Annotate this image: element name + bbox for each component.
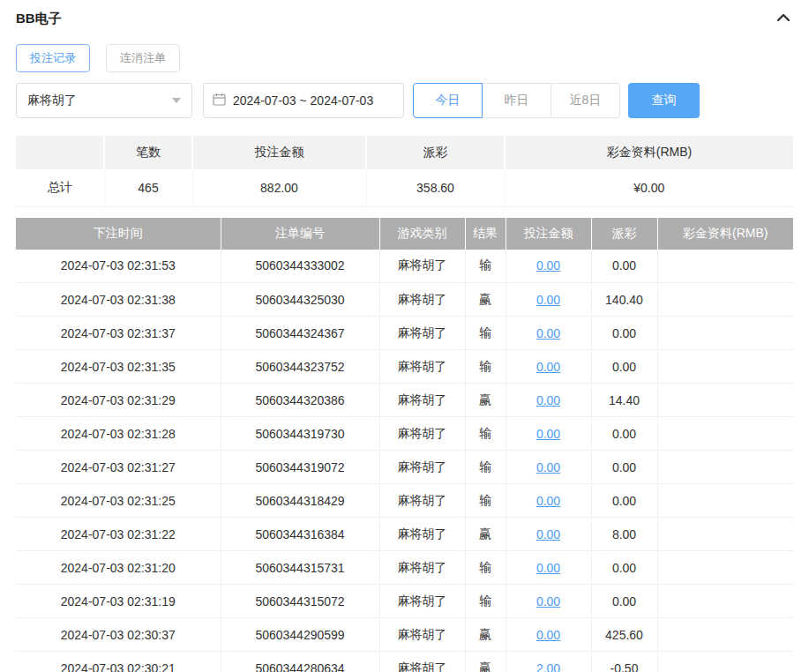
bonus-cell <box>657 551 793 585</box>
table-row: 2024-07-03 02:31:535060344333002麻将胡了输0.0… <box>16 250 793 283</box>
table-row: 2024-07-03 02:31:195060344315072麻将胡了输0.0… <box>16 585 793 618</box>
result-cell: 赢 <box>465 652 506 672</box>
bet-time-cell: 2024-07-03 02:31:28 <box>16 417 221 451</box>
bet-amount-link[interactable]: 0.00 <box>536 527 560 541</box>
summary-total-count: 465 <box>104 169 192 206</box>
today-button[interactable]: 今日 <box>413 83 483 118</box>
bet-time-cell: 2024-07-03 02:31:22 <box>16 518 221 551</box>
payout-cell: 140.40 <box>591 283 657 317</box>
order-id-cell: 5060344333002 <box>221 250 379 283</box>
bet-amount-cell: 0.00 <box>506 417 591 451</box>
game-type-cell: 麻将胡了 <box>379 618 465 652</box>
order-id-cell: 5060344315072 <box>221 585 379 618</box>
page-title: BB电子 <box>16 11 62 27</box>
bet-amount-cell: 0.00 <box>506 350 591 384</box>
result-cell: 输 <box>465 551 506 585</box>
result-cell: 输 <box>465 484 506 518</box>
bonus-cell <box>657 618 793 652</box>
game-type-cell: 麻将胡了 <box>379 250 465 283</box>
bet-amount-link[interactable]: 0.00 <box>536 594 560 609</box>
order-id-cell: 5060344323752 <box>221 350 379 384</box>
payout-cell: 0.00 <box>591 484 657 518</box>
table-row: 2024-07-03 02:31:205060344315731麻将胡了输0.0… <box>16 551 793 585</box>
game-type-cell: 麻将胡了 <box>379 585 465 618</box>
tabs: 投注记录 连消注单 <box>16 44 793 72</box>
bet-amount-link[interactable]: 0.00 <box>536 360 560 374</box>
result-cell: 输 <box>465 585 506 618</box>
summary-header-payout: 派彩 <box>366 136 505 169</box>
payout-cell: 0.00 <box>591 317 657 350</box>
summary-header-row: 笔数 投注金额 派彩 彩金资料(RMB) <box>16 136 793 169</box>
bet-amount-link[interactable]: 0.00 <box>536 628 560 642</box>
bet-amount-cell: 0.00 <box>506 618 591 652</box>
game-type-cell: 麻将胡了 <box>379 451 465 484</box>
bet-amount-link[interactable]: 0.00 <box>536 561 560 575</box>
game-type-cell: 麻将胡了 <box>379 350 465 384</box>
summary-total-bet-amount: 882.00 <box>192 169 366 206</box>
bet-amount-cell: 0.00 <box>506 317 591 350</box>
summary-total-row: 总计 465 882.00 358.60 ¥0.00 <box>16 169 793 206</box>
order-id-cell: 5060344316384 <box>221 518 379 551</box>
result-cell: 赢 <box>465 618 506 652</box>
bet-time-cell: 2024-07-03 02:30:37 <box>16 618 221 652</box>
bet-amount-link[interactable]: 0.00 <box>536 258 560 273</box>
bonus-cell <box>657 518 793 551</box>
payout-cell: 0.00 <box>591 250 657 283</box>
bet-time-cell: 2024-07-03 02:31:29 <box>16 384 221 417</box>
bet-amount-cell: 2.00 <box>506 652 591 672</box>
records-header-row: 下注时间 注单编号 游戏类别 结果 投注金额 派彩 彩金资料(RMB) <box>16 218 793 250</box>
bonus-cell <box>657 451 793 484</box>
table-row: 2024-07-03 02:30:215060344280634麻将胡了赢2.0… <box>16 652 793 672</box>
game-type-cell: 麻将胡了 <box>379 518 465 551</box>
col-header-result: 结果 <box>465 218 506 250</box>
result-cell: 赢 <box>465 518 506 551</box>
bonus-cell <box>657 652 793 672</box>
col-header-payout: 派彩 <box>591 218 657 250</box>
bet-amount-link[interactable]: 0.00 <box>536 427 560 441</box>
col-header-bet-amount: 投注金额 <box>506 218 591 250</box>
col-header-game-type: 游戏类别 <box>379 218 465 250</box>
order-id-cell: 5060344319072 <box>221 451 379 484</box>
payout-cell: -0.50 <box>591 652 657 672</box>
bet-amount-link[interactable]: 0.00 <box>536 494 560 508</box>
result-cell: 赢 <box>465 384 506 417</box>
table-row: 2024-07-03 02:31:285060344319730麻将胡了输0.0… <box>16 417 793 451</box>
tab-bet-records[interactable]: 投注记录 <box>16 44 90 72</box>
table-row: 2024-07-03 02:30:375060344290599麻将胡了赢0.0… <box>16 618 793 652</box>
bet-time-cell: 2024-07-03 02:31:35 <box>16 350 221 384</box>
order-id-cell: 5060344280634 <box>221 652 379 672</box>
bonus-cell <box>657 484 793 518</box>
bet-amount-link[interactable]: 0.00 <box>536 460 560 474</box>
filter-bar: 麻将胡了 2024-07-03 ~ 2024-07-03 今日 昨日 近8日 查… <box>16 83 793 118</box>
table-row: 2024-07-03 02:31:275060344319072麻将胡了输0.0… <box>16 451 793 484</box>
game-type-cell: 麻将胡了 <box>379 417 465 451</box>
summary-total-payout: 358.60 <box>366 169 505 206</box>
records-table: 下注时间 注单编号 游戏类别 结果 投注金额 派彩 彩金资料(RMB) 2024… <box>16 218 793 672</box>
bet-amount-link[interactable]: 2.00 <box>536 661 560 672</box>
summary-header-count: 笔数 <box>104 136 192 169</box>
date-range-input[interactable]: 2024-07-03 ~ 2024-07-03 <box>203 83 404 118</box>
result-cell: 输 <box>465 451 506 484</box>
bonus-cell <box>657 317 793 350</box>
bet-time-cell: 2024-07-03 02:30:21 <box>16 652 221 672</box>
bet-amount-link[interactable]: 0.00 <box>536 293 560 307</box>
query-button[interactable]: 查询 <box>628 83 700 118</box>
order-id-cell: 5060344315731 <box>221 551 379 585</box>
yesterday-button[interactable]: 昨日 <box>482 83 551 118</box>
game-type-cell: 麻将胡了 <box>379 652 465 672</box>
bet-amount-link[interactable]: 0.00 <box>536 393 560 407</box>
last-8-days-button[interactable]: 近8日 <box>551 83 620 118</box>
bet-amount-link[interactable]: 0.00 <box>536 326 560 340</box>
order-id-cell: 5060344290599 <box>221 618 379 652</box>
summary-total-bonus: ¥0.00 <box>505 169 793 206</box>
table-row: 2024-07-03 02:31:295060344320386麻将胡了赢0.0… <box>16 384 793 417</box>
bet-time-cell: 2024-07-03 02:31:19 <box>16 585 221 618</box>
bonus-cell <box>657 283 793 317</box>
payout-cell: 0.00 <box>591 585 657 618</box>
chevron-up-icon <box>775 11 791 26</box>
collapse-button[interactable] <box>774 10 793 28</box>
bonus-cell <box>657 384 793 417</box>
game-select[interactable]: 麻将胡了 <box>16 83 192 118</box>
bet-amount-cell: 0.00 <box>506 283 591 317</box>
tab-cancelled-orders[interactable]: 连消注单 <box>106 44 180 72</box>
